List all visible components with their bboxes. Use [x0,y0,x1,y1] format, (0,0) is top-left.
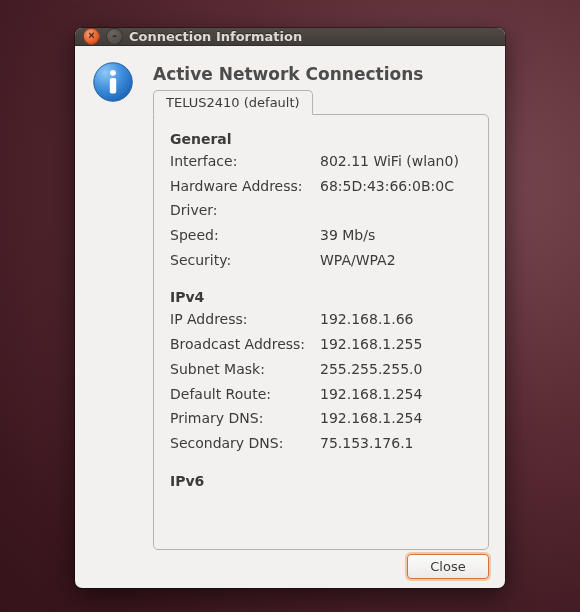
header-right: Active Network Connections TELUS2410 (de… [153,60,489,550]
titlebar[interactable]: ✕ – Connection Information [75,28,505,46]
value-default-route: 192.168.1.254 [320,384,472,406]
connection-info-window: ✕ – Connection Information [75,28,505,588]
tab-label: TELUS2410 (default) [166,95,300,110]
value-security: WPA/WPA2 [320,250,472,272]
label-hardware-address: Hardware Address: [170,176,320,198]
info-icon [91,60,139,107]
value-interface: 802.11 WiFi (wlan0) [320,151,472,173]
svg-point-1 [110,70,116,76]
tab-area: TELUS2410 (default) General Interface: 8… [153,90,489,550]
label-subnet-mask: Subnet Mask: [170,359,320,381]
label-interface: Interface: [170,151,320,173]
close-icon: ✕ [88,32,96,41]
section-general: Interface: 802.11 WiFi (wlan0) Hardware … [170,151,472,271]
value-secondary-dns: 75.153.176.1 [320,433,472,455]
label-primary-dns: Primary DNS: [170,408,320,430]
section-ipv4-title: IPv4 [170,289,472,305]
close-button[interactable]: Close [407,554,489,579]
window-content: Active Network Connections TELUS2410 (de… [75,46,505,588]
value-primary-dns: 192.168.1.254 [320,408,472,430]
tab-connection[interactable]: TELUS2410 (default) [153,90,313,115]
minimize-icon: – [112,32,117,41]
value-subnet-mask: 255.255.255.0 [320,359,472,381]
label-secondary-dns: Secondary DNS: [170,433,320,455]
window-close-button[interactable]: ✕ [83,28,100,45]
label-default-route: Default Route: [170,384,320,406]
svg-rect-2 [110,78,116,94]
window-title: Connection Information [129,29,302,44]
button-row: Close [91,550,489,579]
value-broadcast-address: 192.168.1.255 [320,334,472,356]
label-security: Security: [170,250,320,272]
window-minimize-button[interactable]: – [106,28,123,45]
tab-row: TELUS2410 (default) [153,90,489,114]
value-hardware-address: 68:5D:43:66:0B:0C [320,176,472,198]
close-button-label: Close [430,559,465,574]
label-driver: Driver: [170,200,320,222]
value-driver [320,200,472,222]
label-ip-address: IP Address: [170,309,320,331]
page-title: Active Network Connections [153,64,489,84]
value-speed: 39 Mb/s [320,225,472,247]
label-speed: Speed: [170,225,320,247]
header-row: Active Network Connections TELUS2410 (de… [91,60,489,550]
value-ip-address: 192.168.1.66 [320,309,472,331]
section-general-title: General [170,131,472,147]
label-broadcast-address: Broadcast Address: [170,334,320,356]
section-ipv6-title: IPv6 [170,473,472,489]
tab-panel: General Interface: 802.11 WiFi (wlan0) H… [153,114,489,550]
section-ipv4: IP Address: 192.168.1.66 Broadcast Addre… [170,309,472,454]
